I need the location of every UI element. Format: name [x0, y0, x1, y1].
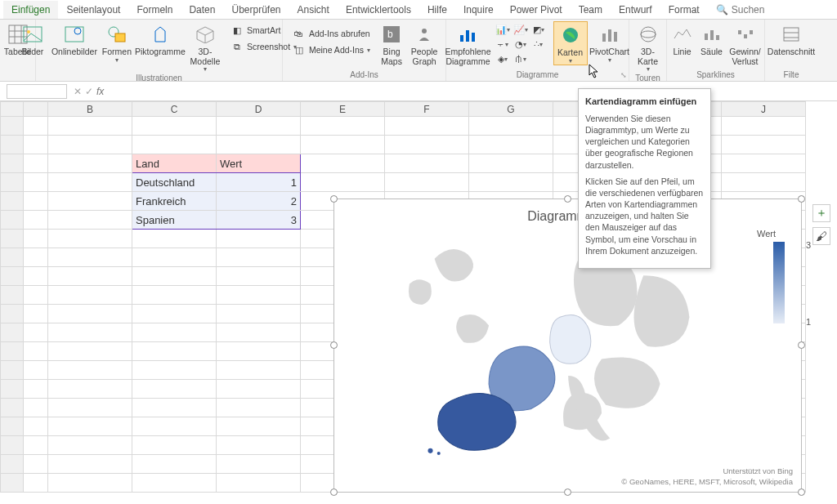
btn-3dmodelle-label: 3D-Modelle: [188, 47, 222, 66]
btn-formen[interactable]: Formen▾: [100, 21, 134, 64]
col-header-c[interactable]: C: [132, 102, 217, 117]
row-header[interactable]: [1, 211, 24, 230]
row-header[interactable]: [1, 286, 24, 305]
btn-karten[interactable]: Karten▾: [553, 21, 588, 65]
enter-icon[interactable]: ✓: [85, 86, 93, 97]
resize-handle[interactable]: [798, 488, 805, 496]
resize-handle[interactable]: [330, 488, 338, 496]
cell-d-wert[interactable]: Wert: [217, 154, 301, 173]
tab-ueberpruefen[interactable]: Überprüfen: [223, 1, 289, 19]
bing-label: Bing Maps: [378, 47, 405, 66]
row-header[interactable]: [1, 173, 24, 192]
cell-value-1[interactable]: 1: [217, 173, 301, 192]
mini-combo-icon[interactable]: ⫛▾: [512, 52, 529, 65]
name-box[interactable]: [7, 84, 67, 99]
btn-addins-abrufen[interactable]: 🛍Add-Ins abrufen: [289, 26, 374, 41]
datenschnitt-label: Datenschnitt: [768, 47, 815, 57]
tab-entwurf[interactable]: Entwurf: [611, 1, 660, 19]
col-header-j[interactable]: J: [722, 102, 806, 117]
embedded-chart[interactable]: Diagrammtitel: [333, 198, 802, 493]
row-header[interactable]: [1, 192, 24, 211]
row-header[interactable]: [1, 342, 24, 361]
cell-value-3[interactable]: 3: [217, 211, 301, 230]
cell-value-2[interactable]: 2: [217, 192, 301, 211]
btn-spark-linie[interactable]: Linie: [669, 21, 696, 57]
cell-country-2[interactable]: Frankreich: [132, 192, 217, 211]
btn-bilder-label: Bilder: [22, 47, 44, 57]
btn-datenschnitt[interactable]: Datenschnitt: [767, 21, 816, 57]
mini-hier-icon[interactable]: ◩▾: [530, 23, 547, 36]
row-header[interactable]: [1, 248, 24, 267]
btn-bilder[interactable]: Bilder: [16, 21, 49, 57]
btn-people-graph[interactable]: People Graph: [408, 21, 441, 66]
tab-einfuegen[interactable]: Einfügen: [3, 1, 58, 19]
cell-country-3[interactable]: Spanien: [132, 211, 217, 230]
select-all-corner[interactable]: [1, 102, 24, 117]
tab-formeln[interactable]: Formeln: [128, 1, 181, 19]
mini-surface-icon[interactable]: ◈▾: [495, 52, 511, 65]
shapes-icon: [105, 23, 128, 46]
resize-handle[interactable]: [564, 195, 571, 203]
btn-3dkarte[interactable]: 3D-Karte▾: [631, 21, 665, 74]
col-header-f[interactable]: F: [385, 102, 469, 117]
row-header[interactable]: [1, 323, 24, 342]
row-header[interactable]: [1, 474, 24, 493]
tab-team[interactable]: Team: [571, 1, 611, 19]
row-header[interactable]: [1, 136, 24, 154]
row-header[interactable]: [1, 361, 24, 380]
tab-entwicklertools[interactable]: Entwicklertools: [338, 1, 419, 19]
fx-icon[interactable]: fx: [96, 86, 104, 97]
mini-scatter-icon[interactable]: ∴▾: [530, 38, 547, 51]
btn-meine-addins[interactable]: ◫Meine Add-Ins ▾: [289, 42, 374, 57]
resize-handle[interactable]: [564, 488, 571, 496]
tab-ansicht[interactable]: Ansicht: [289, 1, 338, 19]
btn-pivotchart[interactable]: PivotChart▾: [589, 21, 630, 64]
mini-pie-icon[interactable]: ◔▾: [512, 38, 529, 51]
col-header-d[interactable]: D: [217, 102, 301, 117]
mini-bar-icon[interactable]: 📊▾: [495, 23, 511, 36]
btn-spark-gewinn[interactable]: Gewinn/ Verlust: [727, 21, 763, 66]
tab-hilfe[interactable]: Hilfe: [419, 1, 455, 19]
btn-spark-saeule[interactable]: Säule: [698, 21, 726, 57]
btn-empfohlene-diagramme[interactable]: Empfohlene Diagramme: [445, 21, 491, 66]
chart-styles-button[interactable]: 🖌: [812, 227, 830, 245]
formula-input[interactable]: [110, 84, 837, 99]
chart-elements-button[interactable]: ＋: [812, 204, 830, 222]
tab-seitenlayout[interactable]: Seitenlayout: [58, 1, 128, 19]
cancel-icon[interactable]: ✕: [74, 86, 82, 97]
col-header-e[interactable]: E: [301, 102, 385, 117]
tab-powerpivot[interactable]: Power Pivot: [502, 1, 571, 19]
btn-piktogramme[interactable]: Piktogramme: [136, 21, 185, 57]
tab-format[interactable]: Format: [660, 1, 708, 19]
tab-daten[interactable]: Daten: [181, 1, 223, 19]
chart-title[interactable]: Diagrammtitel: [334, 209, 801, 224]
mini-line-icon[interactable]: 📈▾: [512, 23, 529, 36]
svg-rect-30: [738, 30, 741, 34]
row-header[interactable]: [1, 117, 24, 136]
sparkcol-icon: [700, 23, 723, 46]
row-header[interactable]: [1, 399, 24, 417]
col-header-g[interactable]: G: [469, 102, 553, 117]
diagramme-launcher[interactable]: ⤡: [620, 71, 627, 79]
row-header[interactable]: [1, 230, 24, 248]
row-header[interactable]: [1, 305, 24, 323]
tab-inquire[interactable]: Inquire: [455, 1, 502, 19]
row-header[interactable]: [1, 436, 24, 455]
btn-bing-maps[interactable]: b Bing Maps: [377, 21, 406, 66]
mini-stat-icon[interactable]: ⫟▾: [495, 38, 511, 51]
row-header[interactable]: [1, 380, 24, 399]
resize-handle[interactable]: [798, 195, 805, 203]
btn-3dmodelle[interactable]: 3D-Modelle▾: [186, 21, 224, 74]
resize-handle[interactable]: [330, 195, 338, 203]
row-header[interactable]: [1, 417, 24, 436]
ribbon-search[interactable]: 🔍 Suchen: [708, 1, 773, 19]
cell-c-land[interactable]: Land: [132, 154, 217, 173]
row-header[interactable]: [1, 154, 24, 173]
row-header[interactable]: [1, 267, 24, 286]
btn-onlinebilder[interactable]: Onlinebilder: [51, 21, 98, 57]
row-header[interactable]: [1, 455, 24, 474]
cell-country-1[interactable]: Deutschland: [132, 173, 217, 192]
svg-rect-33: [784, 28, 799, 41]
col-header-b[interactable]: B: [48, 102, 132, 117]
col-header-a[interactable]: [24, 102, 48, 117]
